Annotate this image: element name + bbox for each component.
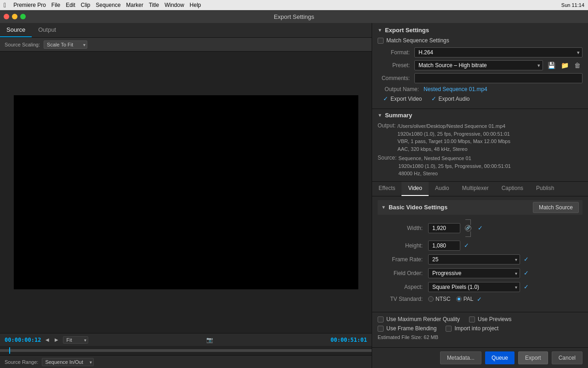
scaling-select[interactable]: Scale To Fit Scale To Fill Stretch To Fi… [44, 40, 87, 49]
tv-ntsc-item[interactable]: NTSC [428, 296, 451, 302]
ntsc-radio[interactable] [428, 296, 434, 302]
max-render-item[interactable]: Use Maximum Render Quality [378, 316, 460, 322]
export-video-check[interactable]: ✓ [383, 95, 388, 102]
field-order-check: ✓ [524, 270, 529, 276]
match-source-button[interactable]: Match Source [533, 202, 579, 213]
aspect-select[interactable]: Square Pixels (1.0) D1/DV NTSC (0.9091) … [428, 282, 520, 292]
link-icon[interactable]: 🔗 [465, 225, 471, 231]
source-output-tabs: Source Output [0, 23, 372, 38]
window-title: Export Settings [274, 13, 314, 20]
export-settings-triangle[interactable]: ▼ [378, 28, 382, 33]
step-forward-button[interactable]: ▶ [54, 336, 59, 343]
options-row-1: Use Maximum Render Quality Use Previews [378, 316, 582, 322]
tab-source[interactable]: Source [0, 23, 32, 37]
tv-pal-item[interactable]: PAL [456, 296, 474, 302]
scrubber-thumb[interactable] [9, 347, 10, 354]
frame-rate-select[interactable]: 25 23.976 29.97 30 [428, 254, 520, 264]
pal-radio[interactable] [456, 296, 462, 302]
tab-publish[interactable]: Publish [530, 182, 560, 196]
menu-help[interactable]: Help [190, 2, 201, 8]
export-button[interactable]: Export [518, 351, 548, 364]
export-audio-check[interactable]: ✓ [431, 95, 436, 102]
use-previews-checkbox[interactable] [469, 316, 475, 322]
tab-effects[interactable]: Effects [372, 182, 401, 196]
tab-audio[interactable]: Audio [429, 182, 456, 196]
timecode-out: 00:00:51:01 [331, 337, 367, 343]
step-back-button[interactable]: ◀ [45, 336, 50, 343]
menu-title[interactable]: Title [149, 2, 159, 8]
comments-input[interactable] [414, 73, 582, 83]
width-input[interactable] [428, 223, 460, 233]
tv-standard-check: ✓ [477, 296, 482, 303]
clock: Sun 11:14 [561, 2, 584, 8]
settings-tab-bar: Effects Video Audio Multiplexer Captions… [372, 182, 588, 196]
field-order-select[interactable]: Progressive Upper First Lower First [428, 268, 520, 278]
import-project-item[interactable]: Import into project [446, 325, 498, 332]
zoom-button[interactable] [20, 14, 26, 19]
frame-rate-label: Frame Rate: [378, 256, 428, 263]
summary-output-line1: /Users/oliver/Desktop/Nested Sequence 01… [397, 122, 510, 130]
preset-select-wrapper: Match Source – High bitrate Match Source… [414, 60, 543, 70]
match-sequence-row: Match Sequence Settings [378, 37, 582, 44]
metadata-button[interactable]: Metadata... [440, 351, 481, 364]
summary-section: ▼ Summary Output: /Users/oliver/Desktop/… [372, 109, 588, 182]
scrubber-container[interactable] [0, 346, 372, 355]
frame-rate-row: Frame Rate: 25 23.976 29.97 30 ✓ [378, 254, 582, 264]
tab-video[interactable]: Video [401, 182, 428, 196]
scrubber-track[interactable] [0, 349, 372, 352]
match-sequence-checkbox[interactable] [378, 38, 384, 44]
menu-sequence[interactable]: Sequence [96, 2, 121, 8]
apple-icon[interactable]:  [4, 1, 6, 9]
minimize-button[interactable] [12, 14, 17, 19]
options-row-2: Use Frame Blending Import into project [378, 325, 582, 332]
close-button[interactable] [4, 14, 9, 19]
preset-label: Preset: [378, 62, 414, 69]
menu-clip[interactable]: Clip [81, 2, 90, 8]
file-size-row: Estimated File Size: 62 MB [378, 334, 582, 340]
field-order-label: Field Order: [378, 270, 428, 276]
menu-file[interactable]: File [51, 2, 60, 8]
export-video-label: Export Video [390, 96, 422, 102]
format-select[interactable]: H.264 H.265 QuickTime [414, 47, 582, 58]
timecode-in: 00:00:00:12 [5, 337, 41, 343]
summary-source-label: Source: [378, 155, 396, 178]
menu-marker[interactable]: Marker [126, 2, 143, 8]
tab-captions[interactable]: Captions [495, 182, 530, 196]
basic-video-triangle[interactable]: ▼ [381, 205, 386, 210]
scaling-bar: Source Scaling: Scale To Fit Scale To Fi… [0, 38, 372, 52]
summary-triangle[interactable]: ▼ [378, 113, 382, 118]
height-label: Height: [378, 242, 428, 249]
preset-select[interactable]: Match Source – High bitrate Match Source… [414, 60, 543, 70]
comments-label: Comments: [378, 75, 414, 81]
file-size-val: 62 MB [424, 334, 438, 340]
menu-window[interactable]: Window [164, 2, 184, 8]
tab-multiplexer[interactable]: Multiplexer [456, 182, 495, 196]
summary-output-line4: AAC, 320 kbps, 48 kHz, Stereo [397, 145, 510, 153]
summary-output-line3: VBR, 1 pass, Target 10.00 Mbps, Max 12.0… [397, 138, 510, 145]
output-name-link[interactable]: Nested Sequence 01.mp4 [424, 86, 487, 92]
use-previews-item[interactable]: Use Previews [469, 316, 511, 322]
title-bar: Export Settings [0, 10, 588, 23]
save-preset-button[interactable]: 💾 [546, 61, 557, 70]
summary-source-row: Source: Sequence, Nested Sequence 01 192… [378, 155, 582, 178]
max-render-checkbox[interactable] [378, 316, 384, 322]
menu-edit[interactable]: Edit [66, 2, 75, 8]
pal-label: PAL [464, 296, 474, 302]
frame-blending-checkbox[interactable] [378, 326, 384, 332]
queue-button[interactable]: Queue [485, 351, 514, 364]
height-input[interactable] [428, 241, 460, 251]
import-project-checkbox[interactable] [446, 326, 452, 332]
aspect-check: ✓ [524, 283, 529, 290]
summary-source-line3: 48000 Hz, Stereo [398, 170, 511, 178]
cancel-button[interactable]: Cancel [552, 351, 582, 364]
delete-preset-button[interactable]: 🗑 [572, 61, 582, 70]
frame-blending-item[interactable]: Use Frame Blending [378, 325, 436, 332]
frame-blending-label: Use Frame Blending [386, 325, 436, 332]
bracket-bottom [465, 231, 471, 237]
fit-select[interactable]: Fit 25% 50% 100% [63, 336, 88, 344]
import-preset-button[interactable]: 📁 [559, 61, 571, 70]
tab-output[interactable]: Output [32, 23, 62, 37]
aspect-select-wrapper: Square Pixels (1.0) D1/DV NTSC (0.9091) … [428, 282, 520, 292]
range-select[interactable]: Sequence In/Out Entire Sequence Work Are… [42, 358, 94, 366]
comments-row: Comments: [378, 73, 582, 83]
